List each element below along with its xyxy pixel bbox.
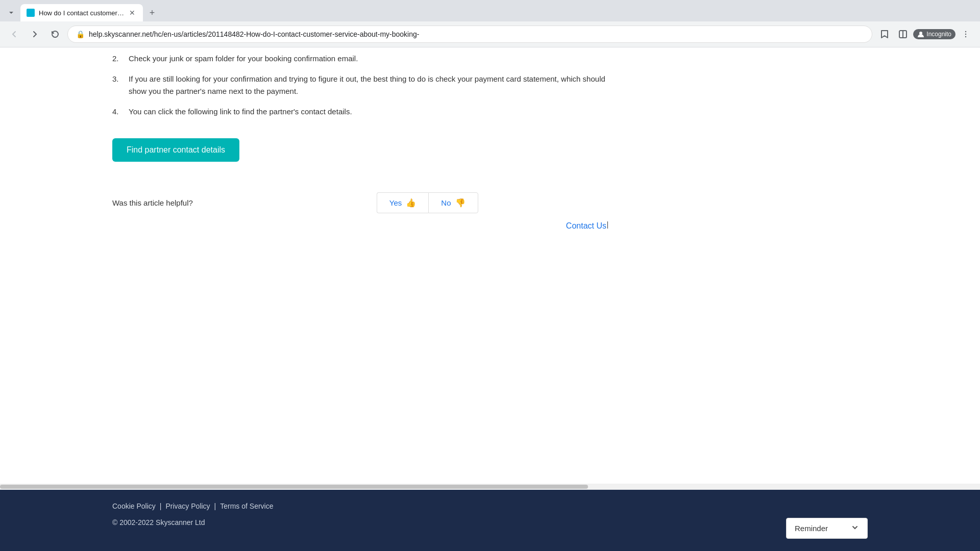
active-tab[interactable]: How do I contact customer ser... ✕ [20, 4, 143, 21]
url-text: help.skyscanner.net/hc/en-us/articles/20… [89, 30, 864, 38]
instructions-list: 2. Check your junk or spam folder for yo… [112, 53, 612, 118]
helpful-row: Was this article helpful? Yes 👍 No 👎 [112, 192, 612, 213]
thumbs-down-icon: 👎 [455, 198, 465, 208]
lock-icon: 🔒 [76, 30, 85, 38]
list-item-text: You can click the following link to find… [129, 106, 352, 118]
reminder-dropdown[interactable]: Reminder [786, 518, 868, 539]
footer-copyright: © 2002-2022 Skyscanner Ltd [112, 518, 205, 527]
tab-bar: How do I contact customer ser... ✕ + [0, 0, 980, 21]
footer: Cookie Policy | Privacy Policy | Terms o… [0, 490, 980, 551]
forward-button[interactable] [27, 26, 43, 42]
terms-of-service-link[interactable]: Terms of Service [220, 502, 273, 510]
chevron-down-icon [851, 523, 859, 533]
address-bar[interactable]: 🔒 help.skyscanner.net/hc/en-us/articles/… [67, 26, 872, 43]
list-item: 3. If you are still looking for your con… [112, 73, 612, 97]
svg-point-3 [965, 31, 966, 32]
bookmark-button[interactable] [876, 26, 893, 42]
footer-separator: | [214, 502, 216, 510]
list-item-text: Check your junk or spam folder for your … [129, 53, 358, 65]
list-item: 2. Check your junk or spam folder for yo… [112, 53, 612, 65]
cookie-policy-link[interactable]: Cookie Policy [112, 502, 156, 510]
page-content: 2. Check your junk or spam folder for yo… [0, 47, 980, 490]
new-tab-button[interactable]: + [145, 6, 159, 20]
list-item-text: If you are still looking for your confir… [129, 73, 612, 97]
thumbs-up-icon: 👍 [406, 198, 416, 208]
no-label: No [441, 198, 451, 207]
menu-button[interactable] [958, 26, 974, 42]
tab-favicon [27, 9, 35, 17]
reminder-label: Reminder [795, 524, 828, 533]
reload-button[interactable] [47, 26, 63, 42]
svg-point-4 [965, 34, 966, 35]
helpful-label: Was this article helpful? [112, 198, 193, 207]
toolbar-actions: Incognito [876, 26, 974, 42]
cursor-indicator [607, 221, 612, 229]
find-partner-button[interactable]: Find partner contact details [112, 138, 239, 162]
yes-label: Yes [389, 198, 402, 207]
no-button[interactable]: No 👎 [428, 192, 478, 213]
footer-links: Cookie Policy | Privacy Policy | Terms o… [112, 502, 274, 510]
tab-title: How do I contact customer ser... [39, 9, 125, 17]
browser-toolbar: 🔒 help.skyscanner.net/hc/en-us/articles/… [0, 21, 980, 47]
list-number: 2. [112, 53, 122, 65]
list-number: 3. [112, 73, 122, 97]
privacy-policy-link[interactable]: Privacy Policy [165, 502, 210, 510]
split-view-button[interactable] [895, 26, 911, 42]
content-area: 2. Check your junk or spam folder for yo… [112, 47, 612, 231]
scrollbar-thumb[interactable] [0, 485, 588, 489]
contact-us-row: Contact Us [419, 221, 612, 231]
tab-close-button[interactable]: ✕ [128, 8, 137, 17]
svg-point-5 [965, 36, 966, 37]
scrollbar-track[interactable] [0, 484, 980, 490]
footer-separator: | [160, 502, 162, 510]
list-item: 4. You can click the following link to f… [112, 106, 612, 118]
tab-group-arrow[interactable] [4, 6, 18, 20]
incognito-label: Incognito [926, 31, 951, 38]
back-button[interactable] [6, 26, 22, 42]
helpful-buttons: Yes 👍 No 👎 [377, 192, 478, 213]
contact-us-link[interactable]: Contact Us [566, 221, 606, 231]
incognito-badge: Incognito [913, 29, 955, 39]
list-number: 4. [112, 106, 122, 118]
yes-button[interactable]: Yes 👍 [377, 192, 428, 213]
